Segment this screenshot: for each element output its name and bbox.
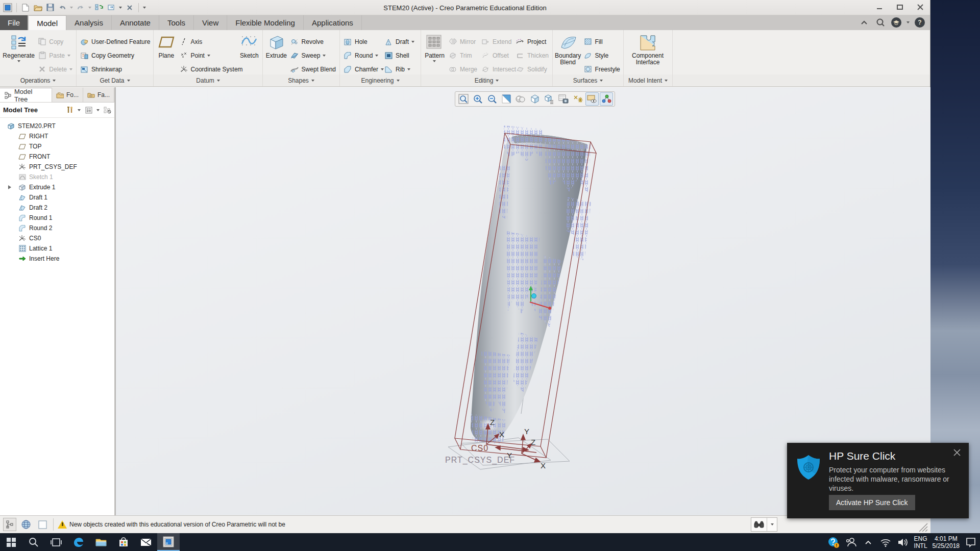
fill-button[interactable]: Fill [582,35,621,48]
qat-customize-caret[interactable] [143,7,146,9]
tree-item-front[interactable]: FRONT [0,152,114,162]
panel-tab-folder-browser[interactable]: Fo... [52,88,83,102]
language-indicator[interactable]: ENG INTL [914,535,927,549]
group-label-engineering[interactable]: Engineering [340,74,421,86]
tree-item-draft2[interactable]: Draft 2 [0,203,114,213]
axis-button[interactable]: Axis [178,35,237,48]
minimize-button[interactable] [873,2,886,12]
close-button[interactable] [914,2,927,12]
hp-help-tray-icon[interactable] [827,535,840,550]
plane-button[interactable]: Plane [156,32,177,73]
pattern-caret[interactable] [433,60,436,62]
tree-item-right[interactable]: RIGHT [0,131,114,141]
file-explorer-icon[interactable] [90,533,112,551]
round-caret[interactable] [375,55,378,57]
group-label-operations[interactable]: Operations [0,74,77,86]
boundary-blend-button[interactable]: Boundary Blend [555,32,581,73]
action-center-icon[interactable] [965,535,977,550]
swept-blend-button[interactable]: Swept Blend [289,62,337,76]
regenerate-caret[interactable] [17,60,20,62]
coordinate-system-button[interactable]: Coordinate System [178,62,237,76]
toggle-model-tree-icon[interactable] [3,518,16,531]
round-button[interactable]: Round [342,48,382,62]
tree-item-extrude1[interactable]: Extrude 1 [0,182,114,192]
find-binoculars-icon[interactable] [751,521,767,528]
tree-settings-caret[interactable] [96,109,100,111]
tab-model[interactable]: Model [28,15,66,30]
search-icon[interactable] [875,17,886,28]
tab-tools[interactable]: Tools [159,15,194,30]
group-label-shapes[interactable]: Shapes [263,74,340,86]
tab-view[interactable]: View [194,15,227,30]
hole-button[interactable]: Hole [342,35,382,48]
hp-popup-close-icon[interactable] [952,448,962,457]
tab-applications[interactable]: Applications [304,15,362,30]
window-switch-icon[interactable] [107,3,116,12]
web-browser-icon[interactable] [19,518,33,531]
tree-item-draft1[interactable]: Draft 1 [0,192,114,203]
group-label-datum[interactable]: Datum [154,74,263,86]
window-switch-caret[interactable] [119,7,122,9]
tree-item-insert-here[interactable]: Insert Here [0,254,114,264]
educational-edition-icon[interactable] [891,17,901,28]
tab-analysis[interactable]: Analysis [66,15,112,30]
draft-caret[interactable] [411,41,414,43]
shrinkwrap-button[interactable]: Shrinkwrap [79,62,152,76]
tree-tools-caret[interactable] [78,109,81,111]
taskbar-search-icon[interactable] [22,533,45,551]
taskbar-clock[interactable]: 4:01 PM 5/25/2018 [933,535,960,549]
tree-item-lattice1[interactable]: Lattice 1 [0,243,114,254]
maximize-button[interactable] [893,2,906,12]
sweep-caret[interactable] [323,55,326,57]
group-label-editing[interactable]: Editing [421,74,553,86]
component-interface-button[interactable]: Component Interface [626,32,670,73]
window-resize-grip[interactable] [918,522,928,532]
tab-flexible-modeling[interactable]: Flexible Modeling [227,15,304,30]
sketch-button[interactable]: Sketch [238,32,260,73]
pattern-button[interactable]: Pattern [423,32,446,73]
expand-arrow-icon[interactable] [8,185,11,189]
draft-button[interactable]: Draft [383,35,416,48]
saved-orientations-icon[interactable] [528,92,542,106]
find-dropdown-caret[interactable] [767,518,777,531]
people-tray-icon[interactable] [845,535,857,550]
redo-dropdown-caret[interactable] [88,7,91,9]
extrude-button[interactable]: Extrude [265,32,288,73]
annotation-display-icon[interactable] [585,92,599,106]
microsoft-store-icon[interactable] [112,533,135,551]
tree-item-part[interactable]: STEM20.PRT [0,121,114,131]
open-file-icon[interactable] [33,3,42,12]
tab-file[interactable]: File [0,15,28,30]
save-icon[interactable] [45,3,55,12]
tree-item-round2[interactable]: Round 2 [0,223,114,233]
zoom-in-icon[interactable] [471,92,484,106]
tray-overflow-chevron-icon[interactable] [862,535,874,550]
wifi-tray-icon[interactable] [879,535,892,550]
tree-item-sketch1[interactable]: Sketch 1 [0,172,114,182]
panel-tab-favorites[interactable]: Fa... [83,88,114,102]
tree-item-top[interactable]: TOP [0,141,114,152]
capture-image-icon[interactable] [557,92,570,106]
point-caret[interactable] [207,55,210,57]
redo-icon[interactable] [76,3,85,12]
zoom-fit-icon[interactable] [457,92,470,106]
tree-item-prt-csys-def[interactable]: PRT_CSYS_DEF [0,162,114,172]
creo-taskbar-icon[interactable] [157,533,180,551]
activate-hp-sure-click-button[interactable]: Activate HP Sure Click [829,495,915,510]
volume-tray-icon[interactable] [897,535,909,550]
sweep-button[interactable]: Sweep [289,48,337,62]
tree-tools-icon[interactable] [66,106,74,114]
display-style-icon[interactable] [514,92,527,106]
spin-center-icon[interactable] [600,92,613,106]
start-button[interactable] [0,533,22,551]
regenerate-button[interactable]: Regenerate [2,32,35,73]
tab-annotate[interactable]: Annotate [112,15,159,30]
mail-icon[interactable] [135,533,157,551]
group-label-surfaces[interactable]: Surfaces [553,74,624,86]
undo-dropdown-caret[interactable] [70,7,73,9]
tree-settings-icon[interactable] [85,106,92,114]
blank-document-icon[interactable] [36,518,49,531]
tree-item-cs0[interactable]: CS0 [0,233,114,243]
task-view-icon[interactable] [45,533,67,551]
view-manager-icon[interactable] [543,92,556,106]
